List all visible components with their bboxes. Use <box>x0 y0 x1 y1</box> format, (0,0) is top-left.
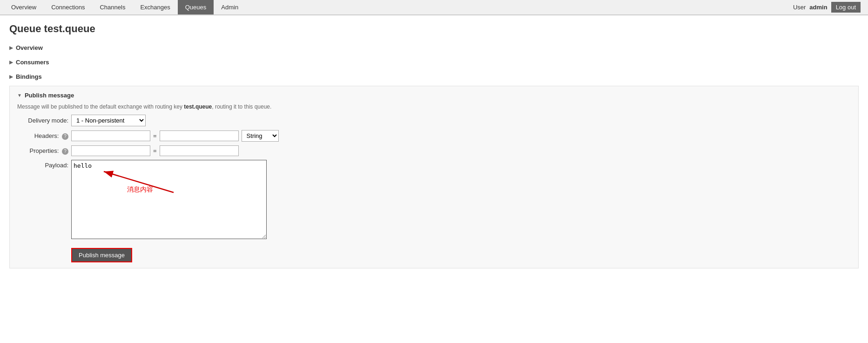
title-prefix: Queue <box>9 23 41 34</box>
nav-tab-exchanges[interactable]: Exchanges <box>133 0 177 14</box>
delivery-mode-row: Delivery mode: 1 - Non-persistent 2 - Pe… <box>17 115 851 126</box>
overview-arrow-icon <box>9 45 13 50</box>
publish-section-header[interactable]: ▼ Publish message <box>17 92 851 99</box>
payload-row: Payload: hello 消息内容 <box>17 160 851 240</box>
delivery-mode-label: Delivery mode: <box>17 117 68 124</box>
page-title: Queue test.queue <box>9 23 859 35</box>
payload-textarea[interactable]: hello <box>71 160 267 239</box>
section-overview: Overview <box>9 42 859 53</box>
info-suffix: , routing it to this queue. <box>212 103 271 110</box>
title-name: test.queue <box>44 23 95 34</box>
payload-label: Payload: <box>17 160 68 169</box>
annotation-text: 消息内容 <box>127 185 153 194</box>
properties-value-input[interactable] <box>160 145 239 156</box>
top-navigation: Overview Connections Channels Exchanges … <box>0 0 868 15</box>
headers-label: Headers: ? <box>17 132 68 140</box>
properties-row: Properties: ? = <box>17 145 851 156</box>
properties-label: Properties: ? <box>17 147 68 155</box>
username: admin <box>809 4 827 11</box>
nav-tab-queues[interactable]: Queues <box>178 0 214 14</box>
nav-tab-channels[interactable]: Channels <box>92 0 133 14</box>
publish-arrow-icon: ▼ <box>17 93 22 98</box>
nav-right: User admin Log out <box>789 0 864 14</box>
headers-eq-sign: = <box>153 132 157 139</box>
publish-info-text: Message will be published to the default… <box>17 103 851 110</box>
properties-eq-sign: = <box>153 147 157 154</box>
bindings-arrow-icon <box>9 74 13 79</box>
section-bindings-header[interactable]: Bindings <box>9 71 859 82</box>
publish-message-button[interactable]: Publish message <box>71 248 132 262</box>
nav-tab-connections[interactable]: Connections <box>44 0 92 14</box>
nav-tab-overview[interactable]: Overview <box>4 0 44 14</box>
properties-key-input[interactable] <box>71 145 150 156</box>
user-label: User <box>793 4 806 11</box>
consumers-arrow-icon <box>9 60 13 65</box>
section-overview-header[interactable]: Overview <box>9 42 859 53</box>
consumers-label: Consumers <box>16 59 49 66</box>
headers-value-input[interactable] <box>160 130 239 141</box>
headers-key-input[interactable] <box>71 130 150 141</box>
routing-key: test.queue <box>184 103 212 110</box>
headers-type-select[interactable]: String Integer Boolean Number <box>242 130 279 142</box>
overview-label: Overview <box>16 44 43 51</box>
section-bindings: Bindings <box>9 71 859 82</box>
payload-container: hello 消息内容 <box>71 160 267 240</box>
page-content: Queue test.queue Overview Consumers Bind… <box>0 15 868 276</box>
bindings-label: Bindings <box>16 73 42 80</box>
publish-section-label: Publish message <box>25 92 74 99</box>
headers-row: Headers: ? = String Integer Boolean Numb… <box>17 130 851 142</box>
section-consumers-header[interactable]: Consumers <box>9 57 859 68</box>
section-consumers: Consumers <box>9 57 859 68</box>
headers-help-icon[interactable]: ? <box>62 133 68 140</box>
nav-tabs: Overview Connections Channels Exchanges … <box>4 0 789 14</box>
publish-section: ▼ Publish message Message will be publis… <box>9 86 859 268</box>
info-prefix: Message will be published to the default… <box>17 103 182 110</box>
delivery-mode-select[interactable]: 1 - Non-persistent 2 - Persistent <box>71 115 146 126</box>
nav-tab-admin[interactable]: Admin <box>214 0 246 14</box>
properties-help-icon[interactable]: ? <box>62 148 68 155</box>
logout-button[interactable]: Log out <box>831 2 861 13</box>
